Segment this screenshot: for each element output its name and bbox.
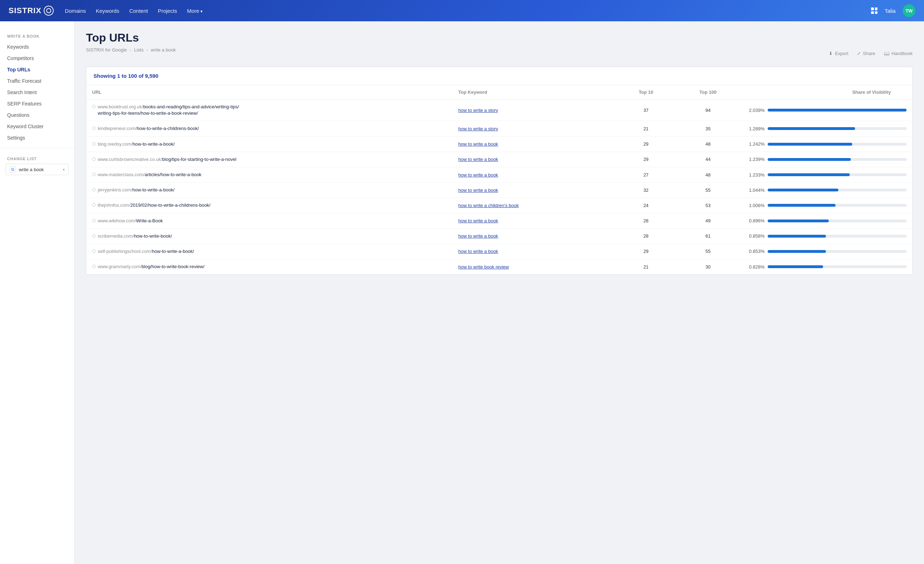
share-cell: 1.239%	[741, 152, 912, 167]
keyword-link[interactable]: how to write a children's book	[459, 203, 519, 208]
keyword-link[interactable]: how to write a book	[459, 187, 498, 193]
layout: WRITE A BOOK Keywords Competitors Top UR…	[0, 21, 924, 564]
breadcrumb-current: write a book	[151, 47, 176, 52]
table-row: ⬡ scribemedia.com/how-to-write-book/ how…	[86, 228, 912, 244]
sidebar-item-serp-features[interactable]: SERP Features	[0, 98, 74, 109]
grid-icon[interactable]	[871, 7, 878, 14]
url-base: www.masterclass.com/	[98, 172, 145, 177]
share-cell: 1.233%	[741, 167, 912, 182]
top100-cell: 55	[676, 183, 741, 198]
external-link-icon: ⬡	[92, 202, 96, 207]
url-text[interactable]: www.booktrust.org.uk/books-and-reading/t…	[98, 104, 241, 117]
keyword-cell: how to write a book	[453, 136, 616, 152]
url-text[interactable]: self-publishingschool.com/how-to-write-a…	[98, 248, 194, 255]
sidebar-item-top-urls[interactable]: Top URLs	[0, 64, 74, 75]
table-row: ⬡ www.curtisbrowncreative.co.uk/blog/tip…	[86, 152, 912, 167]
keyword-link[interactable]: how to write a book	[459, 141, 498, 147]
url-text[interactable]: www.masterclass.com/articles/how-to-writ…	[98, 172, 201, 178]
bar-track	[768, 188, 907, 191]
nav-content[interactable]: Content	[129, 8, 148, 14]
sidebar-item-settings[interactable]: Settings	[0, 132, 74, 144]
bar-track	[768, 204, 907, 207]
table-row: ⬡ self-publishingschool.com/how-to-write…	[86, 244, 912, 259]
external-link-icon: ⬡	[92, 248, 96, 254]
breadcrumb-actions: ⬇ Export ⤢ Share 📖 Handbook	[829, 51, 913, 56]
share-cell: 1.044%	[741, 183, 912, 198]
share-button[interactable]: ⤢ Share	[857, 51, 875, 56]
url-cell: ⬡ scribemedia.com/how-to-write-book/	[86, 228, 453, 244]
keyword-link[interactable]: how to write a story	[459, 108, 498, 113]
external-link-icon: ⬡	[92, 233, 96, 238]
keyword-link[interactable]: how to write book review	[459, 264, 509, 269]
keyword-cell: how to write a book	[453, 228, 616, 244]
share-cell: 1.289%	[741, 121, 912, 136]
export-button[interactable]: ⬇ Export	[829, 51, 848, 56]
url-cell: ⬡ www.booktrust.org.uk/books-and-reading…	[86, 99, 453, 121]
export-icon: ⬇	[829, 51, 832, 56]
bar-fill	[768, 265, 824, 268]
url-text[interactable]: www.curtisbrowncreative.co.uk/blog/tips-…	[98, 156, 236, 163]
share-cell: 0.858%	[741, 228, 912, 244]
logo[interactable]: SISTRIX	[9, 6, 54, 16]
url-base: thejohnfox.com/	[98, 202, 130, 208]
col-top100: Top 100	[676, 85, 741, 99]
bar-fill	[768, 204, 836, 207]
keyword-cell: how to write a book	[453, 183, 616, 198]
nav-projects[interactable]: Projects	[158, 8, 177, 14]
change-list-dropdown[interactable]: G write a book ▾	[6, 164, 69, 175]
sidebar-item-keyword-cluster[interactable]: Keyword Cluster	[0, 121, 74, 132]
top10-cell: 24	[616, 198, 675, 213]
handbook-button[interactable]: 📖 Handbook	[884, 51, 913, 56]
table-row: ⬡ www.grammarly.com/blog/how-to-write-bo…	[86, 259, 912, 275]
url-text[interactable]: www.wikihow.com/Write-a-Book	[98, 218, 163, 224]
top100-cell: 48	[676, 167, 741, 182]
sidebar-item-keywords[interactable]: Keywords	[0, 41, 74, 52]
url-cell: ⬡ thejohnfox.com/2019/02/how-to-write-a-…	[86, 198, 453, 213]
keyword-cell: how to write a children's book	[453, 198, 616, 213]
url-path: how-to-write-a-book/	[152, 248, 194, 254]
external-link-icon: ⬡	[92, 187, 96, 192]
table-row: ⬡ thejohnfox.com/2019/02/how-to-write-a-…	[86, 198, 912, 213]
breadcrumb-lists[interactable]: Lists	[134, 47, 144, 52]
nav-keywords[interactable]: Keywords	[96, 8, 119, 14]
keyword-cell: how to write book review	[453, 259, 616, 275]
external-link-icon: ⬡	[92, 157, 96, 162]
nav-domains[interactable]: Domains	[65, 8, 86, 14]
breadcrumb-sep-2: ›	[146, 47, 148, 52]
breadcrumb-sistrix[interactable]: SISTRIX for Google	[86, 47, 127, 52]
avatar[interactable]: TW	[903, 4, 915, 17]
url-base: blog.reedsy.com/	[98, 141, 132, 147]
keyword-link[interactable]: how to write a book	[459, 218, 498, 223]
table-row: ⬡ kindlepreneur.com/how-to-write-a-child…	[86, 121, 912, 136]
bar-fill	[768, 250, 826, 253]
url-text[interactable]: jerryjenkins.com/how-to-write-a-book/	[98, 187, 174, 193]
sidebar-item-competitors[interactable]: Competitors	[0, 52, 74, 64]
header-right: Talia TW	[871, 4, 915, 17]
keyword-link[interactable]: how to write a book	[459, 172, 498, 178]
url-text[interactable]: blog.reedsy.com/how-to-write-a-book/	[98, 141, 175, 147]
url-text[interactable]: scribemedia.com/how-to-write-book/	[98, 233, 172, 239]
keyword-link[interactable]: how to write a book	[459, 248, 498, 254]
url-base: self-publishingschool.com/	[98, 248, 152, 254]
sidebar-item-search-intent[interactable]: Search Intent	[0, 87, 74, 98]
url-text[interactable]: thejohnfox.com/2019/02/how-to-write-a-ch…	[98, 202, 210, 208]
top10-cell: 27	[616, 167, 675, 182]
sidebar-item-questions[interactable]: Questions	[0, 109, 74, 121]
keyword-link[interactable]: how to write a book	[459, 233, 498, 239]
top10-cell: 32	[616, 183, 675, 198]
share-pct: 0.828%	[746, 264, 765, 269]
share-pct: 2.039%	[746, 108, 765, 113]
user-name[interactable]: Talia	[885, 8, 896, 14]
url-text[interactable]: www.grammarly.com/blog/how-to-write-book…	[98, 263, 204, 270]
sidebar-item-traffic-forecast[interactable]: Traffic Forecast	[0, 75, 74, 87]
url-text[interactable]: kindlepreneur.com/how-to-write-a-childre…	[98, 126, 199, 132]
nav-more[interactable]: More	[187, 8, 202, 14]
share-pct: 1.242%	[746, 141, 765, 147]
share-cell: 1.006%	[741, 198, 912, 213]
keyword-link[interactable]: how to write a story	[459, 126, 498, 132]
handbook-icon: 📖	[884, 51, 890, 56]
share-pct: 1.239%	[746, 157, 765, 162]
external-link-icon: ⬡	[92, 126, 96, 131]
top10-cell: 29	[616, 152, 675, 167]
keyword-link[interactable]: how to write a book	[459, 157, 498, 162]
